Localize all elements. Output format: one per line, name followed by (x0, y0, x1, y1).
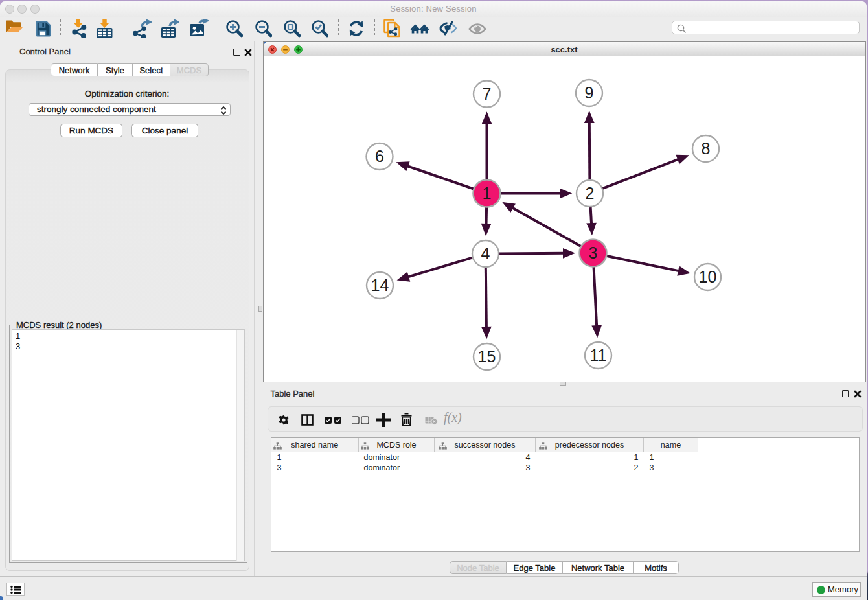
svg-text:4: 4 (481, 244, 490, 262)
svg-text:7: 7 (482, 84, 491, 102)
svg-text:15: 15 (477, 347, 496, 365)
svg-text:1: 1 (482, 184, 491, 202)
svg-text:8: 8 (701, 139, 710, 157)
svg-text:14: 14 (371, 276, 389, 294)
svg-text:3: 3 (588, 244, 597, 262)
svg-text:9: 9 (584, 84, 593, 102)
svg-text:6: 6 (375, 147, 384, 165)
svg-text:11: 11 (589, 346, 606, 364)
svg-text:2: 2 (585, 184, 594, 202)
svg-text:10: 10 (698, 268, 716, 286)
